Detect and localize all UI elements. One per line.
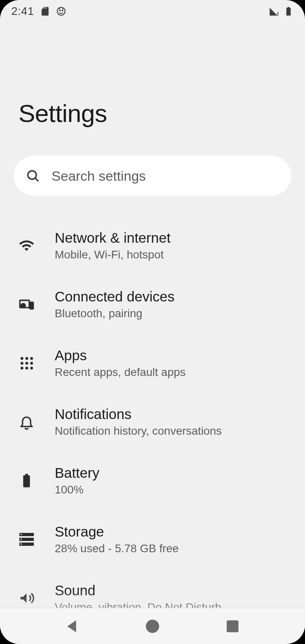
item-title: Sound xyxy=(55,582,286,599)
bell-icon xyxy=(19,414,35,430)
item-title: Battery xyxy=(55,465,286,481)
svg-point-2 xyxy=(62,10,63,11)
settings-item-notifications[interactable]: Notifications Notification history, conv… xyxy=(19,392,286,451)
svg-rect-11 xyxy=(227,620,239,632)
settings-item-connected-devices[interactable]: Connected devices Bluetooth, pairing xyxy=(19,275,286,334)
settings-item-storage[interactable]: Storage 28% used - 5.78 GB free xyxy=(19,510,286,569)
svg-point-9 xyxy=(21,303,25,308)
item-subtitle: Bluetooth, pairing xyxy=(55,307,286,320)
battery-status-icon xyxy=(283,6,294,17)
item-subtitle: 28% used - 5.78 GB free xyxy=(55,542,286,555)
item-title: Network & internet xyxy=(55,230,286,246)
item-subtitle: Recent apps, default apps xyxy=(55,366,286,379)
item-title: Apps xyxy=(55,347,286,363)
settings-list: Network & internet Mobile, Wi-Fi, hotspo… xyxy=(19,216,286,608)
search-placeholder: Search settings xyxy=(52,168,146,184)
settings-item-battery[interactable]: Battery 100% xyxy=(19,451,286,510)
search-icon xyxy=(26,169,40,183)
settings-item-network[interactable]: Network & internet Mobile, Wi-Fi, hotspo… xyxy=(19,216,286,275)
page-title: Settings xyxy=(19,99,286,128)
svg-point-4 xyxy=(278,15,278,16)
navigation-bar xyxy=(0,608,305,644)
status-time: 2:41 xyxy=(11,5,34,18)
battery-icon xyxy=(19,473,35,489)
devices-icon xyxy=(19,296,35,312)
svg-rect-8 xyxy=(30,302,33,309)
svg-point-1 xyxy=(59,10,60,11)
status-bar: 2:41 xyxy=(0,0,305,23)
item-title: Connected devices xyxy=(55,289,286,305)
svg-rect-3 xyxy=(278,12,278,14)
svg-point-5 xyxy=(28,171,36,179)
nav-back-button[interactable] xyxy=(64,617,81,635)
signal-icon xyxy=(269,6,279,17)
wifi-icon xyxy=(19,237,35,254)
nav-home-button[interactable] xyxy=(144,617,161,635)
item-subtitle: Volume, vibration, Do Not Disturb xyxy=(55,601,286,608)
item-subtitle: Notification history, conversations xyxy=(55,425,286,438)
svg-line-6 xyxy=(35,178,39,182)
storage-icon xyxy=(19,531,35,547)
settings-item-sound[interactable]: Sound Volume, vibration, Do Not Disturb xyxy=(19,569,286,608)
item-subtitle: 100% xyxy=(55,483,286,496)
search-bar[interactable]: Search settings xyxy=(14,156,291,196)
sd-card-icon xyxy=(40,6,50,17)
nav-recent-button[interactable] xyxy=(224,617,241,635)
item-subtitle: Mobile, Wi-Fi, hotspot xyxy=(55,248,286,261)
item-title: Storage xyxy=(55,524,286,540)
settings-item-apps[interactable]: Apps Recent apps, default apps xyxy=(19,334,286,392)
apps-icon xyxy=(19,355,35,371)
android-debug-icon xyxy=(56,6,66,17)
svg-point-0 xyxy=(57,7,65,15)
svg-point-10 xyxy=(146,619,159,633)
sound-icon xyxy=(19,590,35,606)
item-title: Notifications xyxy=(55,406,286,422)
